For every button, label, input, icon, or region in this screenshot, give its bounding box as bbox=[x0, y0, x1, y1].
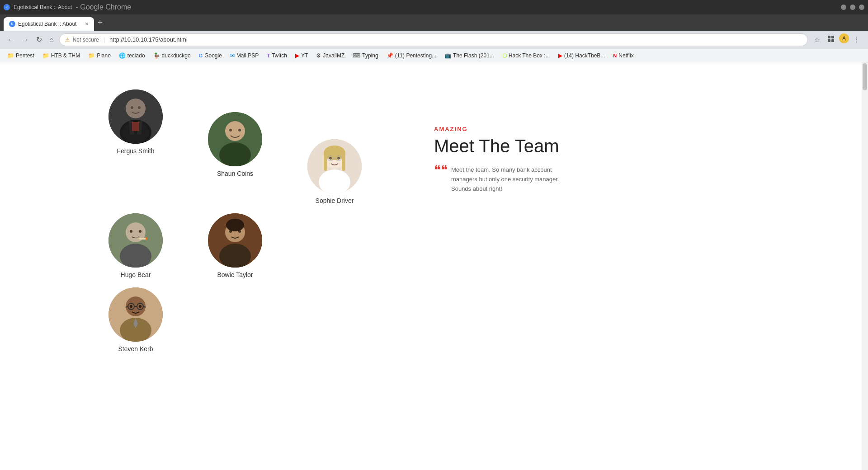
scrollbar-thumb[interactable] bbox=[863, 63, 867, 90]
bookmark-hacktheb-icon: ▶ bbox=[558, 52, 562, 59]
bookmark-flash-icon: 📺 bbox=[444, 52, 451, 59]
bookmark-mail[interactable]: ✉ Mail PSP bbox=[226, 52, 262, 60]
svg-rect-22 bbox=[342, 153, 345, 171]
svg-point-10 bbox=[131, 106, 133, 109]
maximize-button[interactable] bbox=[850, 5, 855, 10]
home-button[interactable]: ⌂ bbox=[47, 34, 56, 46]
tab-label: Egotistical Bank :: About bbox=[18, 21, 76, 27]
address-input[interactable]: ⚠ Not secure | http://10.10.10.175/about… bbox=[59, 33, 808, 46]
bookmark-google[interactable]: G Google bbox=[195, 52, 226, 60]
title-bar-separator: - Google Chrome bbox=[75, 3, 131, 11]
team-member-steven: Steven Kerb bbox=[90, 287, 181, 352]
not-secure-label: Not secure bbox=[73, 37, 99, 43]
active-tab[interactable]: E Egotistical Bank :: About × bbox=[4, 17, 94, 31]
svg-point-14 bbox=[225, 121, 245, 141]
bookmark-mail-icon: ✉ bbox=[230, 52, 235, 59]
page-content: Fergus Smith Shaun Coins bbox=[0, 62, 868, 470]
title-bar-left: E Egotistical Bank :: About - Google Chr… bbox=[4, 3, 131, 11]
team-member-sophie: Sophie Driver bbox=[289, 139, 380, 204]
profile-button[interactable]: A bbox=[839, 33, 849, 43]
amazing-label: AMAZING bbox=[434, 126, 579, 132]
bookmark-netflix-icon: N bbox=[613, 53, 617, 58]
back-button[interactable]: ← bbox=[5, 34, 16, 46]
bookmark-twitch-icon: T bbox=[267, 53, 270, 58]
bookmark-yt-icon: ▶ bbox=[295, 52, 299, 59]
new-tab-button[interactable]: + bbox=[94, 18, 106, 28]
title-bar-title: Egotistical Bank :: About bbox=[14, 4, 72, 10]
bookmark-teclado[interactable]: 🌐 teclado bbox=[115, 52, 149, 60]
bookmark-typing[interactable]: ⌨ Typing bbox=[349, 52, 382, 60]
avatar-sophie bbox=[307, 139, 362, 193]
avatar-steven bbox=[108, 287, 163, 342]
address-actions: ☆ A ⋮ bbox=[811, 33, 863, 46]
bookmark-pentesting[interactable]: 📌 (11) Pentesting... bbox=[383, 52, 440, 60]
window-controls bbox=[841, 5, 864, 10]
svg-point-36 bbox=[134, 236, 140, 241]
svg-point-33 bbox=[139, 230, 142, 233]
svg-point-42 bbox=[238, 230, 241, 233]
team-member-shaun: Shaun Coins bbox=[190, 112, 280, 177]
menu-button[interactable]: ⋮ bbox=[851, 33, 863, 46]
close-button[interactable] bbox=[859, 5, 864, 10]
bookmark-flash[interactable]: 📺 The Flash (201... bbox=[441, 52, 498, 60]
member-name-sophie: Sophie Driver bbox=[316, 197, 354, 204]
svg-rect-21 bbox=[324, 153, 327, 171]
star-button[interactable]: ☆ bbox=[811, 33, 823, 46]
forward-button[interactable]: → bbox=[20, 34, 31, 46]
svg-point-16 bbox=[229, 129, 232, 132]
bookmark-github-icon: ⚙ bbox=[316, 52, 321, 59]
main-content: Fergus Smith Shaun Coins bbox=[0, 62, 814, 380]
scrollbar[interactable] bbox=[862, 62, 868, 470]
url-separator: | bbox=[104, 36, 105, 43]
svg-point-17 bbox=[238, 129, 241, 132]
tab-bar: E Egotistical Bank :: About × + bbox=[0, 14, 868, 31]
svg-point-41 bbox=[229, 230, 232, 233]
bookmark-google-icon: G bbox=[199, 53, 203, 58]
bookmark-piano[interactable]: 📁 Piano bbox=[85, 52, 114, 60]
svg-point-5 bbox=[126, 99, 146, 118]
tab-close-button[interactable]: × bbox=[85, 20, 89, 28]
tab-favicon-icon: E bbox=[9, 21, 15, 27]
member-name-shaun: Shaun Coins bbox=[217, 170, 253, 177]
svg-point-39 bbox=[226, 219, 244, 231]
avatar-shaun bbox=[208, 112, 262, 166]
svg-point-52 bbox=[139, 305, 142, 308]
team-member-hugo: Hugo Bear bbox=[90, 213, 181, 278]
extensions-button[interactable] bbox=[825, 33, 837, 46]
bookmark-folder-icon: 📁 bbox=[42, 52, 49, 59]
svg-point-32 bbox=[130, 230, 132, 233]
svg-rect-0 bbox=[828, 36, 830, 38]
refresh-button[interactable]: ↻ bbox=[34, 33, 44, 46]
bookmark-hackthebox[interactable]: ⬡ Hack The Box :... bbox=[499, 52, 554, 60]
svg-point-24 bbox=[329, 157, 332, 160]
bookmark-folder-icon: 📁 bbox=[7, 52, 14, 59]
avatar-hugo bbox=[108, 213, 163, 268]
svg-point-51 bbox=[130, 305, 132, 308]
bookmark-javalimz[interactable]: ⚙ JavaliMZ bbox=[312, 52, 348, 60]
bookmark-pentest[interactable]: 📁 Pentest bbox=[4, 52, 38, 60]
bookmark-duckduckgo[interactable]: 🦆 duckduckgo bbox=[150, 52, 194, 60]
bookmark-yt[interactable]: ▶ YT bbox=[292, 52, 311, 60]
bookmark-folder-icon: 📁 bbox=[88, 52, 95, 59]
browser-window: E Egotistical Bank :: About - Google Chr… bbox=[0, 0, 868, 470]
bookmark-netflix[interactable]: N Netflix bbox=[609, 52, 637, 60]
bookmark-hacktheb-yt[interactable]: ▶ (14) HackTheB... bbox=[555, 52, 609, 60]
member-name-steven: Steven Kerb bbox=[118, 345, 153, 352]
security-icon: ⚠ bbox=[65, 37, 70, 43]
bookmark-pentesting-icon: 📌 bbox=[387, 52, 393, 59]
minimize-button[interactable] bbox=[841, 5, 846, 10]
avatar-bowie bbox=[208, 213, 262, 268]
svg-rect-12 bbox=[122, 122, 149, 144]
title-bar: E Egotistical Bank :: About - Google Chr… bbox=[0, 0, 868, 14]
bookmark-twitch[interactable]: T Twitch bbox=[263, 52, 291, 60]
bookmark-globe-icon: 🌐 bbox=[119, 52, 126, 59]
address-bar: ← → ↻ ⌂ ⚠ Not secure | http://10.10.10.1… bbox=[0, 31, 868, 49]
svg-rect-1 bbox=[831, 36, 834, 38]
team-info: AMAZING Meet The Team ❝❝ Meet the team. … bbox=[416, 117, 597, 202]
bookmark-typing-icon: ⌨ bbox=[353, 52, 360, 59]
bookmark-htb-thm[interactable]: 📁 HTB & THM bbox=[39, 52, 84, 60]
bookmark-duck-icon: 🦆 bbox=[153, 52, 160, 59]
tab-favicon: E bbox=[4, 4, 10, 10]
avatar-fergus bbox=[108, 89, 163, 144]
svg-rect-35 bbox=[146, 237, 147, 240]
